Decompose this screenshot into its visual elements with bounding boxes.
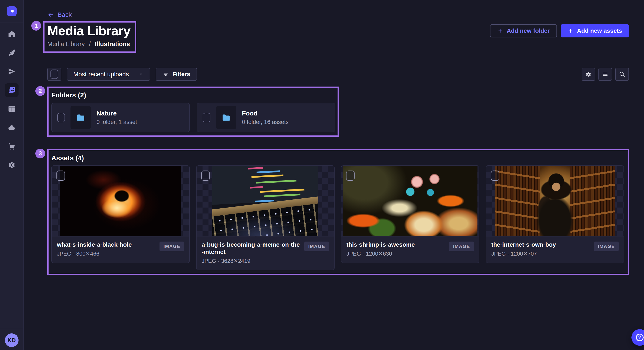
annotation-box-3: 3 Assets (4) what-s-inside-a-black-hole … bbox=[47, 149, 629, 275]
asset-checkbox[interactable] bbox=[346, 171, 354, 181]
asset-checkbox[interactable] bbox=[56, 171, 65, 181]
layout-icon bbox=[8, 105, 16, 113]
sidebar-item-releases[interactable] bbox=[5, 65, 18, 78]
asset-card-shrimp[interactable]: this-shrimp-is-awesome JPEG - 1200✕630 I… bbox=[341, 166, 480, 263]
folder-card-nature[interactable]: Nature 0 folder, 1 asset bbox=[51, 103, 190, 132]
main-content: Back 1 Media Library Media Library / Ill… bbox=[24, 0, 644, 350]
add-new-assets-button[interactable]: Add new assets bbox=[561, 24, 629, 37]
folder-checkbox[interactable] bbox=[57, 113, 65, 122]
folder-meta: 0 folder, 16 assets bbox=[242, 119, 288, 126]
asset-type-badge: IMAGE bbox=[594, 242, 619, 251]
filters-button[interactable]: Filters bbox=[156, 68, 197, 81]
asset-meta: JPEG - 3628✕2419 bbox=[202, 258, 300, 264]
asset-checkbox[interactable] bbox=[491, 171, 500, 181]
add-new-folder-button[interactable]: Add new folder bbox=[490, 24, 557, 37]
asset-text: this-shrimp-is-awesome JPEG - 1200✕630 bbox=[346, 241, 415, 257]
assets-heading: Assets (4) bbox=[51, 154, 624, 162]
back-label: Back bbox=[58, 11, 72, 18]
strapi-logo-icon bbox=[8, 8, 15, 14]
sidebar-item-media-library[interactable] bbox=[5, 83, 18, 97]
sidebar-item-deploy[interactable] bbox=[5, 121, 18, 134]
asset-grid: what-s-inside-a-black-hole JPEG - 800✕46… bbox=[51, 166, 624, 270]
feather-icon bbox=[8, 48, 16, 57]
asset-thumbnail bbox=[486, 166, 624, 236]
laptop-code-image bbox=[212, 166, 318, 236]
settings-view-button[interactable] bbox=[582, 68, 595, 81]
asset-thumbnail bbox=[342, 166, 479, 236]
asset-name: this-shrimp-is-awesome bbox=[346, 241, 415, 248]
header-actions: Add new folder Add new assets bbox=[490, 24, 629, 37]
add-new-assets-label: Add new assets bbox=[577, 27, 622, 34]
mantis-shrimp-image bbox=[343, 166, 478, 236]
asset-checkbox[interactable] bbox=[201, 171, 210, 181]
strapi-logo[interactable] bbox=[7, 6, 16, 16]
sidebar-item-home[interactable] bbox=[5, 27, 18, 41]
asset-text: the-internet-s-own-boy JPEG - 1200✕707 bbox=[491, 241, 556, 257]
sidebar: KD bbox=[0, 0, 24, 350]
filters-label: Filters bbox=[172, 71, 190, 78]
select-all-checkbox[interactable] bbox=[50, 70, 58, 79]
plus-icon bbox=[568, 28, 574, 34]
arrow-left-icon bbox=[47, 11, 54, 18]
sidebar-nav bbox=[5, 27, 18, 172]
asset-meta: JPEG - 800✕466 bbox=[57, 250, 132, 257]
folder-tile bbox=[216, 106, 236, 129]
asset-thumbnail bbox=[52, 166, 189, 236]
laptop-glow-art bbox=[212, 166, 318, 236]
breadcrumb: Media Library / Illustrations bbox=[47, 40, 130, 48]
black-hole-image bbox=[60, 166, 181, 236]
annotation-box-2: 2 Folders (2) Nature 0 folder, 1 asset bbox=[47, 87, 339, 137]
annotation-box-1: 1 Media Library Media Library / Illustra… bbox=[43, 21, 136, 53]
asset-meta: JPEG - 1200✕707 bbox=[491, 250, 556, 257]
folder-card-food[interactable]: Food 0 folder, 16 assets bbox=[197, 103, 335, 132]
annotation-badge-3: 3 bbox=[35, 149, 45, 159]
sidebar-item-marketplace[interactable] bbox=[5, 140, 18, 153]
asset-info: this-shrimp-is-awesome JPEG - 1200✕630 I… bbox=[342, 236, 479, 263]
folder-icon bbox=[221, 112, 232, 123]
asset-card-black-hole[interactable]: what-s-inside-a-black-hole JPEG - 800✕46… bbox=[51, 166, 190, 263]
images-icon bbox=[8, 86, 16, 94]
sidebar-item-content-type-builder[interactable] bbox=[5, 46, 18, 59]
avatar[interactable]: KD bbox=[5, 334, 18, 347]
asset-thumbnail bbox=[196, 166, 334, 236]
sidebar-item-settings[interactable] bbox=[5, 158, 18, 172]
list-icon bbox=[602, 71, 609, 78]
folder-text: Food 0 folder, 16 assets bbox=[242, 110, 288, 126]
folders-heading: Folders (2) bbox=[51, 91, 335, 99]
sort-value: Most recent uploads bbox=[73, 71, 129, 78]
plus-icon bbox=[497, 28, 503, 34]
add-new-folder-label: Add new folder bbox=[507, 27, 550, 34]
back-link[interactable]: Back bbox=[47, 11, 72, 18]
folder-meta: 0 folder, 1 asset bbox=[96, 119, 137, 126]
folder-name: Food bbox=[242, 110, 288, 117]
toolbar-left: Most recent uploads Filters bbox=[47, 68, 197, 81]
folder-tile bbox=[70, 106, 91, 129]
folder-name: Nature bbox=[96, 110, 137, 117]
asset-card-bug-meme[interactable]: a-bug-is-becoming-a-meme-on-the-internet… bbox=[196, 166, 334, 270]
library-portrait-image bbox=[495, 166, 615, 236]
select-all-tile bbox=[47, 68, 61, 81]
person-figure-art bbox=[495, 166, 615, 236]
sidebar-footer: KD bbox=[0, 328, 24, 350]
list-view-button[interactable] bbox=[598, 68, 612, 81]
cart-icon bbox=[8, 142, 16, 151]
folder-checkbox[interactable] bbox=[203, 113, 210, 122]
asset-meta: JPEG - 1200✕630 bbox=[346, 250, 415, 257]
asset-info: a-bug-is-becoming-a-meme-on-the-internet… bbox=[196, 236, 334, 270]
app-root: KD Back 1 Media Library Media Library / … bbox=[0, 0, 644, 350]
sort-dropdown[interactable]: Most recent uploads bbox=[67, 68, 150, 81]
help-button[interactable]: ? bbox=[632, 329, 644, 346]
sidebar-item-content-manager[interactable] bbox=[5, 102, 18, 116]
breadcrumb-separator: / bbox=[89, 40, 91, 48]
chevron-down-icon bbox=[138, 71, 144, 77]
asset-type-badge: IMAGE bbox=[304, 242, 329, 251]
search-button[interactable] bbox=[615, 68, 629, 81]
asset-card-internets-own-boy[interactable]: the-internet-s-own-boy JPEG - 1200✕707 I… bbox=[486, 166, 624, 263]
asset-name: a-bug-is-becoming-a-meme-on-the-internet bbox=[202, 241, 300, 256]
folder-icon bbox=[76, 112, 86, 123]
asset-info: the-internet-s-own-boy JPEG - 1200✕707 I… bbox=[486, 236, 624, 263]
home-icon bbox=[8, 30, 16, 38]
asset-type-badge: IMAGE bbox=[160, 242, 184, 251]
breadcrumb-root[interactable]: Media Library bbox=[47, 40, 85, 48]
cloud-icon bbox=[8, 123, 16, 132]
